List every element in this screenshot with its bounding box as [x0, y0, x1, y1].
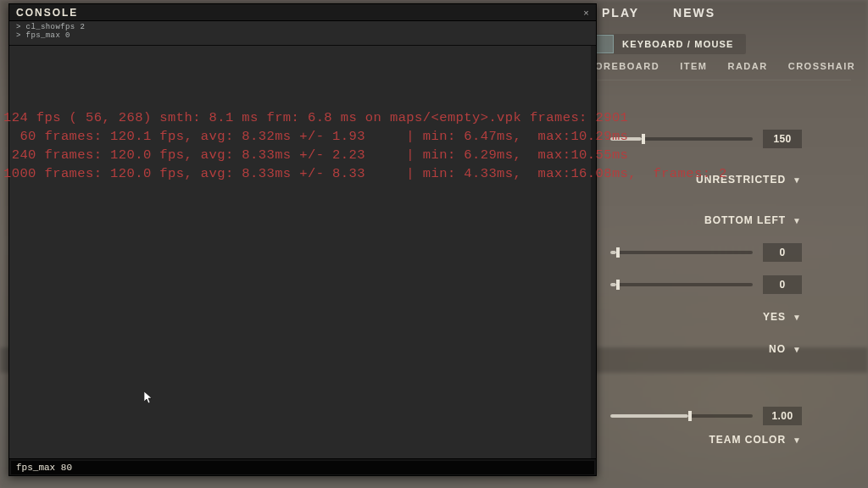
- subtab-radar[interactable]: RADAR: [727, 61, 767, 71]
- slider-max-fps[interactable]: [610, 137, 753, 141]
- dropdown-netgraph-pos[interactable]: BOTTOM LEFT ▼: [704, 214, 802, 226]
- row-toggle-a: YES ▼: [610, 307, 802, 327]
- max-fps-value[interactable]: 150: [763, 130, 802, 148]
- history-line: cl_showfps 2: [16, 23, 589, 31]
- keyboard-tab-icon: [595, 35, 614, 53]
- chevron-down-icon: ▼: [793, 175, 802, 185]
- row-slider-b: 0: [610, 274, 802, 295]
- row-fps-limit-mode: UNRESTRICTED ▼: [610, 169, 802, 190]
- tab-keyboard-mouse[interactable]: KEYBOARD / MOUSE: [595, 34, 746, 54]
- dropdown-toggle-a[interactable]: YES ▼: [763, 311, 802, 323]
- slider-big-value[interactable]: 1.00: [763, 407, 802, 425]
- nav-news[interactable]: NEWS: [673, 6, 715, 19]
- row-netgraph-pos: BOTTOM LEFT ▼: [610, 210, 802, 230]
- nav-play[interactable]: PLAY: [602, 6, 639, 19]
- dropdown-toggle-a-label: YES: [763, 311, 786, 323]
- subtab-crosshair[interactable]: CROSSHAIR: [788, 61, 856, 71]
- chevron-down-icon: ▼: [793, 313, 802, 322]
- dropdown-toggle-b[interactable]: NO ▼: [769, 343, 802, 355]
- subtab-item[interactable]: ITEM: [680, 61, 707, 71]
- dropdown-toggle-b-label: NO: [769, 343, 786, 355]
- dropdown-netgraph-pos-label: BOTTOM LEFT: [704, 214, 786, 226]
- console-input-row: [9, 458, 596, 475]
- close-icon[interactable]: ×: [583, 8, 589, 18]
- chevron-down-icon: ▼: [793, 435, 802, 445]
- subtab-scoreboard[interactable]: OREBOARD: [595, 61, 659, 71]
- slider-b[interactable]: [610, 283, 753, 286]
- scrollbar[interactable]: [591, 46, 596, 458]
- slider-a-value[interactable]: 0: [763, 243, 802, 262]
- chevron-down-icon: ▼: [793, 345, 802, 354]
- console-body[interactable]: [9, 46, 596, 458]
- console-history: cl_showfps 2 fps_max 0: [9, 21, 596, 46]
- settings-subtabs: OREBOARD ITEM RADAR CROSSHAIR: [595, 61, 851, 80]
- console-title: CONSOLE: [16, 7, 78, 19]
- row-max-fps: 150: [610, 129, 802, 149]
- row-team-color: TEAM COLOR ▼: [610, 434, 802, 446]
- slider-b-value[interactable]: 0: [763, 275, 802, 294]
- console-panel: CONSOLE × cl_showfps 2 fps_max 0: [8, 3, 597, 476]
- slider-big[interactable]: [610, 414, 753, 418]
- chevron-down-icon: ▼: [793, 216, 802, 225]
- dropdown-fps-limit[interactable]: UNRESTRICTED ▼: [696, 174, 802, 186]
- row-big-slider: 1.00: [610, 407, 802, 425]
- top-nav: PLAY NEWS: [593, 0, 868, 25]
- slider-a[interactable]: [610, 251, 753, 254]
- console-header: CONSOLE ×: [9, 4, 596, 21]
- history-line: fps_max 0: [16, 31, 589, 40]
- dropdown-team-color[interactable]: TEAM COLOR ▼: [709, 434, 802, 446]
- row-toggle-b: NO ▼: [610, 339, 802, 359]
- dropdown-fps-limit-label: UNRESTRICTED: [696, 174, 786, 186]
- console-input[interactable]: [11, 461, 594, 474]
- dropdown-team-color-label: TEAM COLOR: [709, 434, 786, 446]
- row-slider-a: 0: [610, 242, 802, 263]
- settings-panel: 150 UNRESTRICTED ▼ BOTTOM LEFT ▼ 0 0 YES…: [610, 124, 802, 359]
- tab-keyboard-mouse-label: KEYBOARD / MOUSE: [622, 39, 746, 49]
